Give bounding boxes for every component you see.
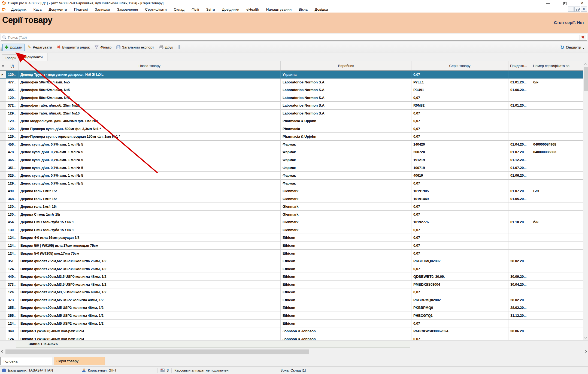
window-tab-seriya-tovaru[interactable]: Серія товару bbox=[54, 357, 105, 365]
mdi-close-icon[interactable]: × bbox=[581, 7, 587, 12]
close-icon[interactable]: × bbox=[579, 0, 586, 6]
menu-item-4[interactable]: Залишки bbox=[91, 7, 113, 11]
menu-item-2[interactable]: Документи bbox=[45, 7, 70, 11]
record-counter: Запис 1 із 40576 bbox=[29, 342, 58, 346]
table-row[interactable]: 351..Депос сусп. д/ин. 0,7% амп. 1 мл № … bbox=[0, 164, 583, 172]
table-row[interactable]: 124..Викрил-1 (W9468) 40мм кол-реж 90смJ… bbox=[0, 335, 583, 340]
table-row[interactable]: 355..Викрил фиолет.90см,М5 USP2 кол.игла… bbox=[0, 304, 583, 312]
table-row[interactable]: 124..Викрил фиолет.90см,М5 USP2 кол.игла… bbox=[0, 320, 583, 328]
table-row[interactable]: 130..Дерива С гель 1мг/г 15гGlenmark0,07 bbox=[0, 211, 583, 219]
minimize-icon[interactable]: — bbox=[544, 0, 551, 6]
horizontal-scroll-thumb[interactable] bbox=[5, 349, 309, 354]
cell-manufacturer: Ethicon bbox=[281, 296, 411, 304]
menu-item-3[interactable]: Платежі bbox=[71, 7, 91, 11]
table-row[interactable]: 355..Депиофен 50мг/2мл амп. №5Laboratori… bbox=[0, 86, 583, 94]
table-row[interactable]: 372..Депиофен табл. п/пл.об. 25мг №10Lab… bbox=[0, 102, 583, 110]
cell-valid: 01.10.20... bbox=[508, 218, 531, 226]
menu-item-7[interactable]: Склад bbox=[170, 7, 188, 11]
table-row[interactable]: 129..Депиофен табл. п/пл.об. 25мг №10Lab… bbox=[0, 110, 583, 117]
cell-series: R0M82 bbox=[411, 102, 508, 110]
window-tab-holovna[interactable]: Головна bbox=[1, 357, 52, 365]
horizontal-scrollbar[interactable] bbox=[0, 349, 588, 355]
stop-series-label: Стоп-серії: Нет bbox=[554, 20, 584, 25]
menu-item-6[interactable]: Сертифікати bbox=[141, 7, 170, 11]
row-handle bbox=[0, 195, 6, 203]
cell-manufacturer: Ethicon bbox=[281, 265, 411, 273]
scroll-left-icon[interactable] bbox=[0, 349, 5, 355]
table-row[interactable]: 124..Викрил 4-0 игла 16мм режущая 3/8Eth… bbox=[0, 234, 583, 242]
column-header-manufacturer[interactable]: Виробник bbox=[281, 61, 411, 70]
cell-manufacturer: Ethicon bbox=[281, 273, 411, 281]
table-row[interactable]: 129..Депо-Медрол сусп. д/ин. 40мг/мл фл.… bbox=[0, 117, 583, 125]
menu-item-8[interactable]: Філії bbox=[188, 7, 203, 11]
table-row[interactable]: 351..Викрил фиолет.75см,М2 USP3/0 кол.иг… bbox=[0, 257, 583, 265]
table-row[interactable]: 129..Депос сусп. д/ин. 0,7% амп. 1 мл № … bbox=[0, 180, 583, 188]
menu-item-11[interactable]: eHealth bbox=[243, 7, 263, 11]
cell-manufacturer: Pharmacia & Upjohn bbox=[281, 117, 411, 125]
clear-search-icon[interactable]: ✖ bbox=[580, 35, 586, 40]
table-row[interactable]: 373..Викрил фиолет.90см,М5 USP2 кол.игла… bbox=[0, 296, 583, 304]
filter-button[interactable]: Фільтр bbox=[92, 44, 114, 51]
print-button[interactable]: Друк bbox=[157, 44, 175, 51]
table-row[interactable]: 130..Дерива гель 1мг/г 15гGlenmark0,07 bbox=[0, 203, 583, 211]
table-row[interactable]: 449..Викрил фиолет.90см,М3,5 USP0 кол.иг… bbox=[0, 273, 583, 281]
menu-item-9[interactable]: Звіти bbox=[203, 7, 219, 11]
column-header-name[interactable]: Назва товару bbox=[19, 61, 281, 70]
table-row[interactable]: 373..Викрил фиолет.90см,М3,5 USP0 кол.иг… bbox=[0, 281, 583, 289]
cell-id: 129.. bbox=[6, 180, 19, 188]
restore-icon[interactable] bbox=[563, 2, 567, 5]
column-header-series[interactable]: Серія товару bbox=[411, 61, 508, 70]
menu-item-13[interactable]: Вікна bbox=[295, 7, 311, 11]
cell-certificate bbox=[531, 133, 583, 141]
scroll-up-icon[interactable] bbox=[583, 61, 588, 67]
table-row[interactable]: 124..Викрил 5-0 (W9105) кол.17мм 75смEth… bbox=[0, 250, 583, 258]
table-row[interactable]: 456..Депос сусп. д/ин. 0,7% амп. 1 мл № … bbox=[0, 141, 583, 149]
cell-certificate bbox=[531, 265, 583, 273]
menu-item-12[interactable]: Налаштування bbox=[263, 7, 295, 11]
table-row[interactable]: 124..Викрил 5/0 ( W9105) игла 17мм колющ… bbox=[0, 242, 583, 250]
delete-row-button[interactable]: ✖ Видалити рядок bbox=[55, 44, 92, 51]
menu-item-10[interactable]: Довідники bbox=[219, 7, 243, 11]
vertical-scrollbar[interactable] bbox=[583, 61, 588, 340]
table-row[interactable]: 130..Дерива СМС гель туба 15 г № 1Glenma… bbox=[0, 226, 583, 234]
table-row[interactable]: 124..Викрил фиолет.75см,М2 USP3/0 кол.иг… bbox=[0, 265, 583, 273]
title-bar: Скарб pro v. 4.0.0.2 [ІД: ] - [Апт №003 … bbox=[0, 0, 588, 6]
tab-tovary[interactable]: Товари bbox=[2, 54, 20, 61]
table-row[interactable]: 349..Викрил-1 (W9468) 40мм кол-реж 90смJ… bbox=[0, 327, 583, 335]
mdi-restore-icon[interactable] bbox=[574, 7, 580, 12]
cell-name: Викрил фиолет.90см,М5 USP2 кол.игла 48мм… bbox=[19, 296, 281, 304]
table-row[interactable]: 477..Депиофен 50мг/2мл амп. №5Laboratori… bbox=[0, 79, 583, 86]
scroll-right-icon[interactable] bbox=[583, 349, 588, 355]
add-button[interactable]: ✚ Додати bbox=[2, 44, 25, 51]
menu-item-1[interactable]: Каса bbox=[30, 7, 45, 11]
edit-button[interactable]: ✎ Редагувати bbox=[25, 44, 54, 51]
scroll-down-icon[interactable] bbox=[583, 335, 588, 340]
menu-item-14[interactable]: Довідка bbox=[311, 7, 332, 11]
column-header-certificate[interactable]: Номер сертифіката за bbox=[531, 61, 583, 70]
refresh-button[interactable]: ↻ Оновити ▾ bbox=[560, 42, 584, 53]
menu-item-5[interactable]: Замовлення bbox=[113, 7, 141, 11]
table-row[interactable]: 124..Викрил фиолет.90см,М3,5 USP0 кол.иг… bbox=[0, 288, 583, 296]
vertical-scroll-thumb[interactable] bbox=[584, 67, 588, 91]
table-row[interactable]: 129..Депо-Провера сусп. стерильн. водная… bbox=[0, 133, 583, 141]
table-row[interactable]: 454..Дерива СМС гель туба 15 г № 1Glenma… bbox=[0, 218, 583, 226]
table-row[interactable]: 325..Депос сусп. д/ин. 0,7% амп. 1 мл № … bbox=[0, 172, 583, 180]
table-row[interactable]: 478..Депос сусп. д/ин. 0,7% амп. 1 мл № … bbox=[0, 148, 583, 156]
menu-item-0[interactable]: Довідник bbox=[8, 7, 30, 11]
columns-icon[interactable] bbox=[178, 45, 182, 49]
table-row[interactable]: 365..Депос сусп. д/ин. 0,7% амп. 1 мл № … bbox=[0, 156, 583, 164]
column-header-id[interactable]: ІД bbox=[6, 61, 19, 70]
table-row[interactable]: 355..Викрил фиолет.90см,М5 USP2 кол.игла… bbox=[0, 312, 583, 320]
table-row[interactable]: 368..Дерива гель 1мг/г 15гGlenmark101914… bbox=[0, 195, 583, 203]
mdi-minimize-icon[interactable]: – bbox=[568, 7, 574, 12]
export-button[interactable]: Загальний експорт bbox=[114, 44, 156, 51]
cell-id: 372.. bbox=[6, 102, 19, 110]
table-row[interactable]: 129..Депиофен 50мг/2мл амп. №5Laboratori… bbox=[0, 94, 583, 102]
cell-certificate: б/н bbox=[531, 79, 583, 86]
tab-dokumenty[interactable]: Документи bbox=[20, 53, 47, 61]
column-header-valid[interactable]: Придатн... bbox=[508, 61, 531, 70]
table-row[interactable]: 490..Дерива гель 1мг/г 15гGlenmark101919… bbox=[0, 187, 583, 195]
table-row[interactable]: ►129..Депенд Трусы - подгузники д/взросл… bbox=[0, 71, 583, 79]
search-input[interactable] bbox=[8, 35, 580, 40]
table-row[interactable]: 129..Депо-Провера сусп. д/ин. 500мг фл. … bbox=[0, 125, 583, 133]
